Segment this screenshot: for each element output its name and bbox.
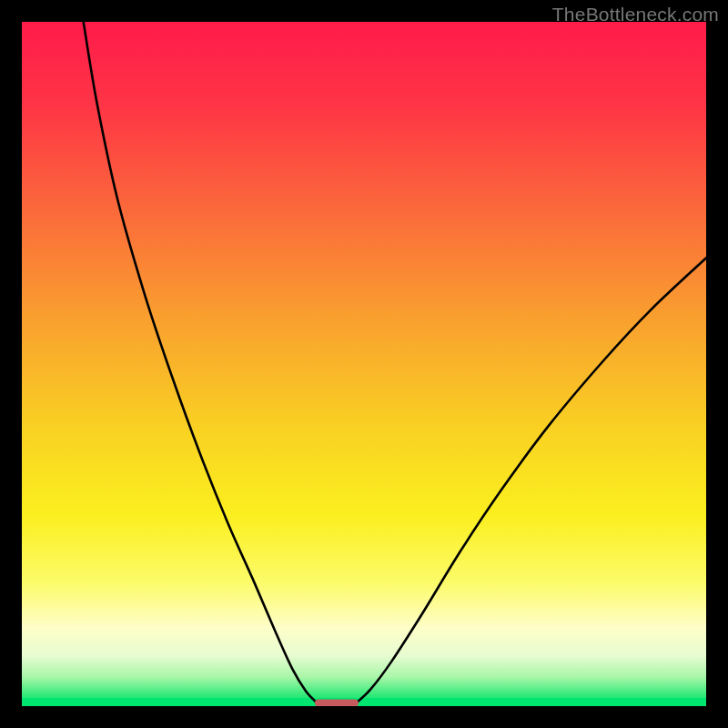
bottleneck-chart bbox=[22, 22, 706, 706]
black-frame: TheBottleneck.com bbox=[0, 0, 728, 728]
watermark-text: TheBottleneck.com bbox=[552, 4, 719, 25]
gradient-background bbox=[22, 22, 706, 706]
optimal-band bbox=[22, 698, 706, 706]
bottleneck-marker bbox=[315, 699, 359, 706]
plot-area bbox=[22, 22, 706, 706]
